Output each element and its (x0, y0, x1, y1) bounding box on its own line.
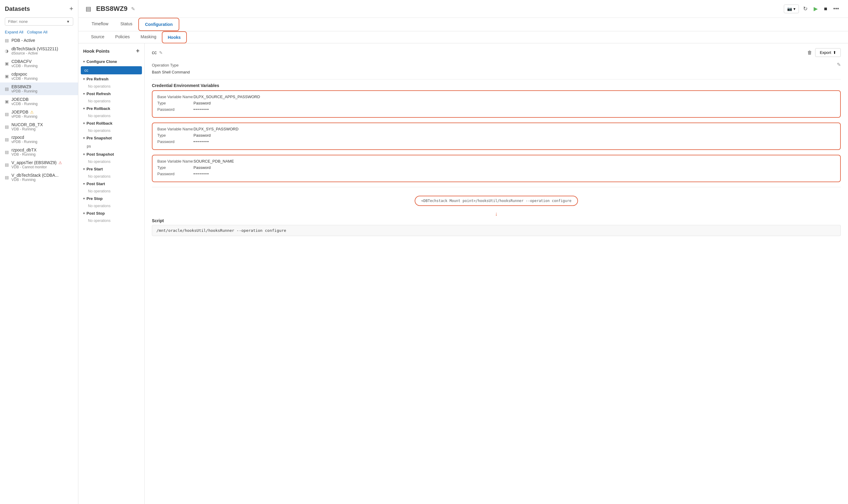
camera-button[interactable]: 📷 ▾ (784, 4, 799, 13)
password-row: Password •••••••• (157, 107, 835, 112)
title-edit-icon[interactable]: ✎ (131, 6, 135, 12)
hook-section-title[interactable]: ▾Post Snapshot (79, 150, 144, 158)
credentials-section-label: Credential Environment Variables (152, 83, 841, 88)
tab-hooks[interactable]: Hooks (162, 31, 187, 43)
database-icon: ▤ (86, 5, 91, 12)
hook-list-item[interactable]: cc (81, 66, 142, 74)
op-type-col: Operation Type Bash Shell Command (152, 62, 841, 76)
section-label: Pre Snapshot (86, 136, 112, 140)
base-var-value: DLPX_SYS_PASSWORD (193, 127, 238, 131)
refresh-button[interactable]: ↻ (801, 4, 810, 13)
no-operations-label: No operations (79, 127, 144, 134)
sidebar-item[interactable]: ▣ CDBACFV vCDB - Running (0, 57, 78, 70)
hooks-panel-header: Hook Points + (79, 43, 144, 57)
sidebar-item[interactable]: ▤ PDB - Active (0, 36, 78, 44)
sidebar-item[interactable]: ▤ V_appsTier (EBS8WZ9)⚠ VDB - Cannot mon… (0, 158, 78, 171)
sidebar-item[interactable]: ▤ V_dbTechStack (CDBA... VDB - Running (0, 171, 78, 184)
hook-section-title[interactable]: ▾Pre Stop (79, 195, 144, 203)
sidebar-item[interactable]: ▤ NUCOR_DB_TX VDB - Running (0, 121, 78, 133)
camera-icon: 📷 (787, 7, 792, 11)
sidebar-filter[interactable]: ▼ (5, 17, 73, 25)
section-label: Post Start (86, 182, 105, 186)
base-var-label: Base Variable Name (157, 94, 193, 99)
play-button[interactable]: ▶ (812, 4, 820, 13)
tab-status[interactable]: Status (115, 18, 139, 31)
tab-masking[interactable]: Masking (135, 31, 162, 43)
more-options-button[interactable]: ••• (831, 4, 841, 13)
hooks-add-button[interactable]: + (136, 48, 140, 54)
sidebar-item[interactable]: ▣ JOECDB vCDB - Running (0, 95, 78, 108)
db-icon: ▤ (5, 86, 10, 91)
db-icon: ▤ (5, 112, 10, 116)
credential-box: Base Variable Name DLPX_SOURCE_APPS_PASS… (152, 90, 841, 118)
hook-section-title[interactable]: ▾Pre Rollback (79, 105, 144, 113)
type-row: Type Password (157, 133, 835, 138)
item-sub: vPDB - Running (12, 140, 37, 144)
credential-item: Base Variable Name SOURCE_PDB_NAME Type … (152, 155, 841, 182)
type-row: Type Password (157, 101, 835, 105)
topbar-actions: 📷 ▾ ↻ ▶ ■ ••• (784, 4, 841, 13)
chevron-icon: ▾ (83, 77, 85, 81)
credential-box: Base Variable Name SOURCE_PDB_NAME Type … (152, 155, 841, 182)
script-section: Script /mnt/oracle/hooksUtil/hooksRunner… (152, 218, 841, 236)
secondary-tabs: Source Policies Masking Hooks (79, 31, 848, 43)
section-label: Pre Stop (86, 196, 102, 201)
delete-button[interactable]: 🗑 (807, 48, 812, 57)
hook-section: ▾Pre StopNo operations (79, 195, 144, 209)
detail-panel: cc ✎ 🗑 Export ⬆ Operation Type Bash Shel… (145, 43, 848, 504)
credential-item: Base Variable Name DLPX_SYS_PASSWORD Typ… (152, 123, 841, 150)
collapse-all-link[interactable]: Collapse All (27, 30, 47, 34)
content-area: Hook Points + ▾Configure Clonecc▾Pre Ref… (79, 43, 848, 504)
expand-all-link[interactable]: Expand All (5, 30, 23, 34)
no-operations-label: No operations (79, 188, 144, 195)
item-sub: VDB - Running (12, 127, 43, 131)
op-type-label: Operation Type (152, 62, 212, 69)
tab-source[interactable]: Source (86, 31, 110, 43)
no-operations-label: No operations (79, 83, 144, 90)
op-type-value: Bash Shell Command (152, 69, 841, 76)
section-label: Post Refresh (86, 91, 110, 96)
detail-actions: 🗑 Export ⬆ (807, 48, 841, 57)
no-operations-label: No operations (79, 113, 144, 119)
hook-section-title[interactable]: ▾Configure Clone (79, 57, 144, 66)
tab-timeflow[interactable]: Timeflow (86, 18, 115, 31)
sidebar-item[interactable]: ▤ JOEPDB⚠ vPDB - Running (0, 108, 78, 121)
hook-section-title[interactable]: ▾Pre Snapshot (79, 134, 144, 142)
hook-section-title[interactable]: ▾Pre Start (79, 165, 144, 173)
hook-section-title[interactable]: ▾Post Rollback (79, 119, 144, 127)
search-input[interactable] (8, 19, 66, 24)
hook-name-edit-icon[interactable]: ✎ (159, 50, 163, 55)
hook-list-item[interactable]: ps (79, 142, 144, 150)
sidebar-item[interactable]: ▤ rzpocd_dbTX VDB - Running (0, 146, 78, 158)
item-name: JOEPDB⚠ (12, 110, 37, 114)
op-type-edit-button[interactable]: ✎ (837, 62, 841, 68)
hook-section-title[interactable]: ▾Post Start (79, 180, 144, 188)
item-sub: dSource - Active (12, 51, 58, 55)
hook-section-title[interactable]: ▾Post Refresh (79, 90, 144, 98)
detail-header: cc ✎ 🗑 Export ⬆ (152, 48, 841, 57)
item-sub: vCDB - Running (12, 102, 38, 106)
command-bubble-container: <DBTechstack Mount point>/hooksUtil/hook… (152, 192, 841, 210)
export-button[interactable]: Export ⬆ (815, 48, 841, 57)
sidebar-item[interactable]: ▤ EBS8WZ9 vPDB - Running (0, 83, 78, 95)
script-label: Script (152, 218, 841, 223)
hook-section: ▾Pre Snapshotps (79, 134, 144, 150)
password-value: •••••••• (193, 172, 209, 176)
item-name: JOECDB (12, 97, 38, 102)
tab-policies[interactable]: Policies (110, 31, 135, 43)
sidebar-item[interactable]: ▣ cdpxpoc vCDB - Running (0, 70, 78, 83)
sidebar-add-button[interactable]: + (69, 5, 73, 13)
tab-configuration[interactable]: Configuration (138, 18, 179, 31)
sidebar-item[interactable]: ▤ rzpocd vPDB - Running (0, 133, 78, 146)
base-var-label: Base Variable Name (157, 127, 193, 131)
primary-tabs: Timeflow Status Configuration (79, 18, 848, 31)
no-operations-label: No operations (79, 203, 144, 209)
db-icon: ▤ (5, 137, 10, 142)
command-bubble: <DBTechstack Mount point>/hooksUtil/hook… (415, 196, 578, 206)
stop-button[interactable]: ■ (822, 4, 829, 13)
hook-section-title[interactable]: ▾Post Stop (79, 209, 144, 217)
hook-section: ▾Post StopNo operations (79, 209, 144, 224)
sidebar-item[interactable]: ◑ dbTechStack (VIS12211) dSource - Activ… (0, 44, 78, 57)
hook-section-title[interactable]: ▾Pre Refresh (79, 75, 144, 83)
item-name: cdpxpoc (12, 72, 38, 76)
